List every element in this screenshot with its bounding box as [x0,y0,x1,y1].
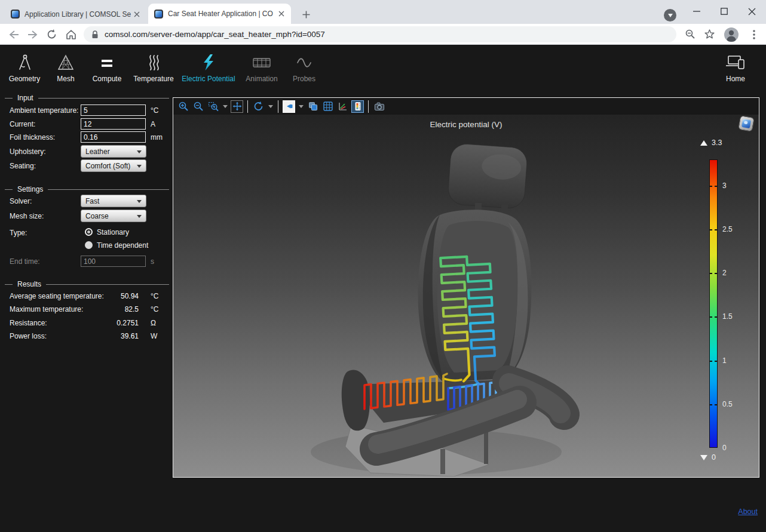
comsol-favicon [11,10,20,19]
scene-light-dropdown-caret[interactable] [298,100,304,113]
radio-time-dependent[interactable] [85,241,93,249]
field-label: End time: [10,257,40,266]
zoom-indicator-icon[interactable] [683,27,698,42]
colorbar-min-marker: 0 [700,453,716,462]
result-label: Maximum temperature: [10,305,83,313]
browser-toolbar: comsol.com/server-demo/app/car_seat_heat… [0,24,766,45]
tab-close-icon[interactable] [131,9,142,19]
solver-dropdown[interactable]: Fast [81,195,146,207]
field-row-end-time: End time: s [0,256,172,267]
field-label: Seating: [10,162,36,170]
ribbon-label: Home [717,75,754,83]
section-header-results: Results [5,278,169,290]
reload-icon[interactable] [44,27,59,42]
dropdown-value: Comfort (Soft) [85,162,130,170]
result-unit: W [151,332,157,340]
forward-icon[interactable] [25,27,40,42]
result-unit: °C [151,305,158,313]
plot-canvas[interactable]: Electric potential (V) [173,115,759,477]
field-label: Current: [10,120,35,128]
colorbar: 3.3 3 2.5 2 1.5 1 0.5 0 0 [709,159,718,448]
ribbon-item-animation[interactable]: Animation [238,51,286,87]
ribbon-item-geometry[interactable]: Geometry [6,51,43,87]
colorbar-tick-label: 2 [722,269,727,277]
dropdown-value: Fast [85,197,99,205]
foil-thickness-input[interactable] [81,131,146,143]
zoom-extents-button[interactable] [231,100,243,113]
plot-data-button[interactable] [336,100,349,113]
result-row: Maximum temperature: 82.5 °C [0,303,172,315]
home-icon[interactable] [63,27,78,42]
window-minimize-button[interactable] [683,0,710,23]
colorbar-tick-label: 0 [722,444,727,452]
chevron-down-icon [668,14,673,17]
scene-light-button[interactable] [283,100,295,113]
graphics-panel: Electric potential (V) [173,97,759,478]
result-label: Power loss: [10,332,47,340]
section-title: Settings [17,185,43,193]
colorbar-max-value: 3.3 [712,139,722,147]
rotate-view-button[interactable] [252,100,265,113]
zoom-in-button[interactable] [177,100,189,113]
about-link[interactable]: About [738,508,758,516]
ribbon-item-compute[interactable]: Compute [86,51,128,87]
browser-menu-icon[interactable] [746,27,761,42]
radio-stationary[interactable] [85,228,93,236]
colorbar-min-value: 0 [712,453,716,462]
result-row: Average seating temperature: 50.94 °C [0,290,172,302]
snapshot-camera-button[interactable] [373,100,385,113]
zoom-box-dropdown-caret[interactable] [222,100,228,113]
field-row-type: Type: Stationary [0,227,172,239]
result-row: Power loss: 39.61 W [0,330,172,342]
ribbon-item-temperature[interactable]: Temperature [128,51,179,87]
seating-dropdown[interactable]: Comfort (Soft) [81,159,146,172]
new-tab-button[interactable] [298,7,314,22]
window-close-button[interactable] [738,0,765,23]
grid-button[interactable] [321,100,334,113]
mesh-size-dropdown[interactable]: Coarse [81,210,146,222]
back-icon[interactable] [6,27,21,42]
ribbon-item-probes[interactable]: Probes [286,51,323,87]
tab-close-icon[interactable] [276,9,286,19]
bookmark-star-icon[interactable] [702,27,717,42]
color-legend-button[interactable] [351,100,364,113]
rotate-dropdown-caret[interactable] [267,100,274,113]
lock-icon [91,30,99,39]
address-bar[interactable]: comsol.com/server-demo/app/car_seat_heat… [84,26,676,42]
field-unit: A [151,120,155,128]
upholstery-dropdown[interactable]: Leather [81,145,146,158]
tab-car-seat-heater[interactable]: Car Seat Heater Application | CO [148,4,291,24]
url-text: comsol.com/server-demo/app/car_seat_heat… [105,30,325,39]
browser-tab-strip: Application Library | COMSOL Se Car Seat… [0,0,766,24]
transparency-button[interactable] [307,100,319,113]
app-ribbon: Geometry Mesh Compute Temperature E [0,45,766,91]
ambient-temperature-input[interactable] [81,104,146,116]
colorbar-tick-label: 0.5 [722,400,733,408]
field-label: Solver: [10,197,32,205]
dropdown-value: Coarse [85,212,109,220]
window-maximize-button[interactable] [710,0,738,23]
ribbon-label: Temperature [128,75,179,83]
field-unit: s [151,257,154,266]
temperature-waves-icon [128,51,179,74]
profile-avatar[interactable] [724,27,739,42]
parameters-sidebar: Input Ambient temperature: °C Current: A… [0,91,172,532]
zoom-box-button[interactable] [207,100,219,113]
result-label: Resistance: [10,319,47,327]
zoom-out-button[interactable] [192,100,204,113]
mesh-triangle-icon [48,51,84,74]
current-input[interactable] [81,118,146,130]
result-value: 0.2751 [78,319,139,327]
tab-search-button[interactable] [664,9,676,21]
ribbon-item-electric-potential[interactable]: Electric Potential [179,51,238,87]
field-row-current: Current: A [0,118,172,130]
graphics-toolbar [173,98,759,115]
colorbar-tick-label: 2.5 [722,225,733,233]
tab-application-library[interactable]: Application Library | COMSOL Se [5,4,146,24]
ribbon-item-home[interactable]: Home [717,51,754,87]
triangle-up-icon [700,140,707,146]
field-row-solver: Solver: Fast [0,195,172,207]
ribbon-label: Probes [286,75,323,83]
field-label: Ambient temperature: [10,106,78,115]
ribbon-item-mesh[interactable]: Mesh [48,51,84,87]
